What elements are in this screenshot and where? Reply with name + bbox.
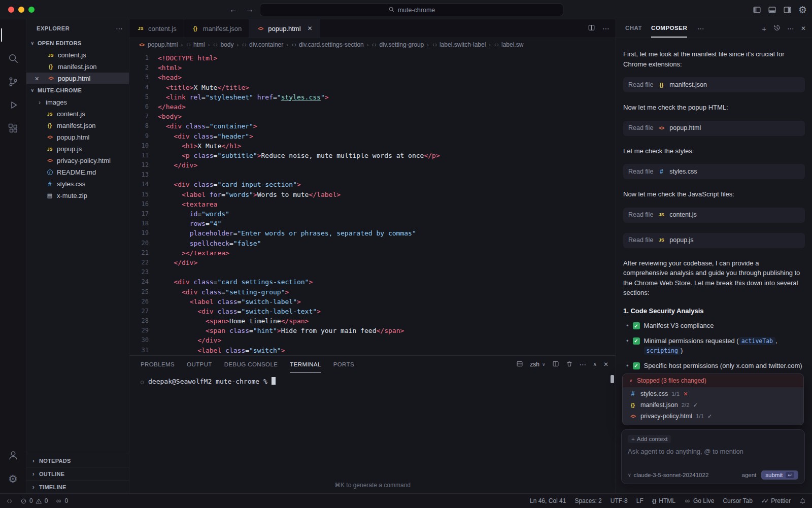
status-language-mode[interactable]: {}HTML [652,497,675,504]
activity-source-control[interactable] [1,70,25,93]
folder-root-header[interactable]: ∨ MUTE-CHROME [26,84,129,96]
code-line[interactable]: 13 [129,170,616,180]
code-line[interactable]: 29 <span class="hint">Hide from your mai… [129,326,616,335]
tree-item-content.js[interactable]: JScontent.js [26,108,129,120]
read-file-card-popup.html[interactable]: Read file<>popup.html [623,121,805,136]
breadcrumb-item-label.switch-label[interactable]: label.switch-label [432,41,486,48]
code-line[interactable]: 14 <div class="card input-section"> [129,180,616,189]
zoom-window-button[interactable] [28,7,35,13]
code-editor[interactable]: 1<!DOCTYPE html>2<html>3<head>4 <title>X… [129,51,616,355]
close-panel-icon[interactable]: ✕ [603,361,608,367]
open-editors-header[interactable]: ∨ OPEN EDITORS [26,37,129,49]
code-line[interactable]: 2<html> [129,63,616,73]
status-cursor-position[interactable]: Ln 46, Col 41 [530,497,566,504]
editor-tab-content.js[interactable]: JScontent.js [129,19,184,38]
panel-tab-terminal[interactable]: TERMINAL [290,356,321,373]
code-line[interactable]: 6</head> [129,102,616,112]
breadcrumb-item-div.setting-group[interactable]: div.setting-group [371,41,424,48]
panel-tab-problems[interactable]: PROBLEMS [141,356,175,373]
terminal-output[interactable]: ○deepak@SeawolfM2 mute-chrome % [129,373,616,493]
code-line[interactable]: 4 <title>X Mute</title> [129,83,616,92]
code-line[interactable]: 24 <div class="card settings-section"> [129,277,616,287]
terminal-more-icon[interactable]: ⋯ [580,361,587,368]
close-tab-icon[interactable]: ✕ [308,25,313,32]
tree-item-popup.js[interactable]: JSpopup.js [26,143,129,155]
breadcrumb-item-label.sw[interactable]: label.sw [494,41,523,48]
code-line[interactable]: 25 <div class="setting-group"> [129,287,616,297]
breadcrumb-item-div.container[interactable]: div.container [242,41,283,48]
back-icon[interactable]: ← [229,6,238,14]
editor-more-icon[interactable]: ⋯ [602,25,610,32]
code-line[interactable]: 22 </div> [129,258,616,267]
code-line[interactable]: 20 spellcheck="false" [129,239,616,248]
code-line[interactable]: 16 <textarea [129,199,616,209]
chat-tab-composer[interactable]: COMPOSER [651,19,687,38]
read-file-card-styles.css[interactable]: Read file#styles.css [623,164,805,179]
tree-item-popup.html[interactable]: <>popup.html [26,131,129,143]
status-indentation[interactable]: Spaces: 2 [574,497,601,504]
code-line[interactable]: 19 placeholder="Enter words or phrases, … [129,228,616,238]
code-line[interactable]: 3<head> [129,73,616,82]
code-line[interactable]: 23 [129,267,616,277]
tree-item-manifest.json[interactable]: {}manifest.json [26,120,129,131]
changed-file-manifest.json[interactable]: {}manifest.json2/2✓ [623,399,803,411]
tree-item-privacy-policy.html[interactable]: <>privacy-policy.html [26,155,129,166]
maximize-panel-icon[interactable]: ∧ [593,362,597,367]
activity-extensions[interactable] [1,117,25,140]
panel-tab-debug-console[interactable]: DEBUG CONSOLE [224,356,278,373]
add-context-button[interactable]: + Add context [628,435,671,443]
status-encoding[interactable]: UTF-8 [611,497,628,504]
chat-input[interactable] [628,448,798,470]
gear-icon[interactable]: ⚙ [798,5,807,15]
status-problems[interactable]: 00 [20,497,48,504]
code-line[interactable]: 8 <div class="container"> [129,121,616,131]
chat-tabs-more-icon[interactable]: ⋯ [697,25,704,32]
activity-explorer[interactable] [1,23,25,47]
activity-settings[interactable]: ⚙ [1,467,25,490]
open-editor-manifest.json[interactable]: {}manifest.json [26,61,129,73]
status-ports[interactable]: 0 [55,497,68,504]
accept-icon[interactable]: ✓ [707,413,712,420]
section-notepads[interactable]: ›NOTEPADS [26,454,129,467]
code-line[interactable]: 12 </div> [129,160,616,170]
code-line[interactable]: 1<!DOCTYPE html> [129,53,616,63]
terminal-shell-select[interactable]: zsh ∨ [530,361,545,368]
code-line[interactable]: 17 id="words" [129,209,616,219]
code-line[interactable]: 15 <label for="words">Words to mute</lab… [129,190,616,199]
terminal-scrollbar[interactable] [611,375,614,383]
activity-accounts[interactable] [1,444,25,467]
reject-icon[interactable]: ✕ [683,391,688,397]
open-editor-popup.html[interactable]: ✕<>popup.html [26,73,129,84]
explorer-more-icon[interactable]: ⋯ [116,25,123,32]
command-center-search[interactable]: mute-chrome [260,4,563,16]
code-line[interactable]: 7<body> [129,112,616,121]
tree-folder-images[interactable]: ›images [26,96,129,108]
layout-sidebar-right-icon[interactable] [783,6,792,14]
breadcrumb-item-body[interactable]: body [213,41,233,48]
code-line[interactable]: 18 rows="4" [129,219,616,228]
breadcrumb-item-html[interactable]: html [186,41,205,48]
breadcrumb-item-div.card.settings-section[interactable]: div.card.settings-section [291,41,364,48]
close-window-button[interactable] [8,7,14,13]
code-line[interactable]: 28 <span>Home timeline</span> [129,316,616,326]
status-eol[interactable]: LF [636,497,644,504]
close-chat-icon[interactable]: ✕ [801,25,806,31]
activity-run-and-debug[interactable] [1,93,25,117]
code-line[interactable]: 5 <link rel="stylesheet" href="styles.cs… [129,92,616,102]
chat-more-icon[interactable]: ⋯ [787,25,794,32]
code-line[interactable]: 10 <h1>X Mute</h1> [129,141,616,151]
new-chat-icon[interactable]: + [762,25,766,32]
code-line[interactable]: 30 </div> [129,335,616,345]
layout-sidebar-left-icon[interactable] [753,6,761,14]
changed-file-privacy-policy.html[interactable]: <>privacy-policy.html1/1✓ [623,411,803,422]
forward-icon[interactable]: → [246,6,254,14]
changed-files-header[interactable]: ∨ Stopped (3 files changed) [623,374,803,387]
status-prettier[interactable]: ✓✓Prettier [761,497,791,504]
tree-item-styles.css[interactable]: #styles.css [26,178,129,190]
status-cursor-tab[interactable]: Cursor Tab [723,497,752,504]
status-remote[interactable] [6,498,13,504]
panel-tab-ports[interactable]: PORTS [333,356,354,373]
status-go-live[interactable]: Go Live [684,497,714,504]
section-timeline[interactable]: ›TIMELINE [26,480,129,493]
close-editor-icon[interactable]: ✕ [35,75,39,82]
